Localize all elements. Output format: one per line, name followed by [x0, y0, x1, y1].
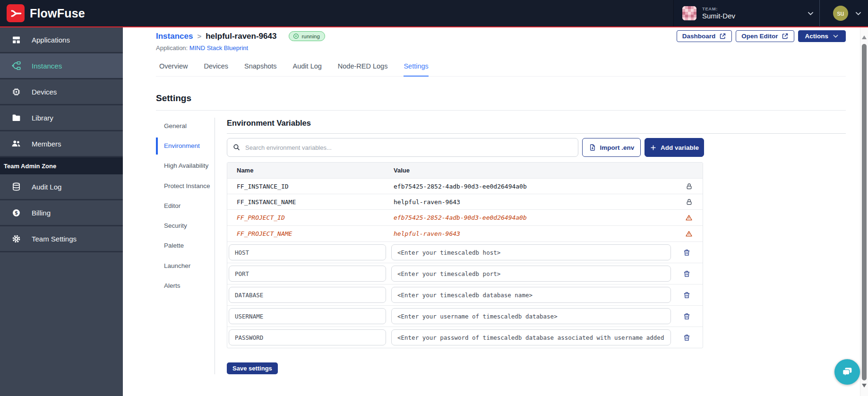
scrollbar[interactable] — [860, 27, 868, 396]
chat-widget-button[interactable] — [834, 359, 860, 385]
tab-devices[interactable]: Devices — [204, 62, 228, 76]
sidebar-item-label: Devices — [32, 88, 57, 96]
app-window: FlowFuse TEAM: Sumit-Dev — [0, 0, 868, 396]
env-var-name: FF_INSTANCE_ID — [227, 183, 394, 190]
import-file-icon — [589, 144, 596, 151]
env-var-value-input[interactable] — [391, 266, 671, 282]
sidebar-item-audit-log[interactable]: Audit Log — [0, 174, 123, 200]
sidebar-item-instances[interactable]: Instances — [0, 53, 123, 79]
status-badge: running — [289, 31, 325, 41]
lock-icon — [675, 198, 703, 206]
settings-nav-protect-instance[interactable]: Protect Instance — [156, 178, 215, 195]
divider — [227, 133, 846, 134]
env-var-value-input[interactable] — [391, 287, 671, 303]
env-variables-table: Name Value FF_INSTANCE_ID efb75425-2852-… — [227, 162, 703, 348]
sidebar-item-billing[interactable]: $ Billing — [0, 200, 123, 226]
open-editor-button[interactable]: Open Editor — [736, 30, 794, 42]
tab-node-red-logs[interactable]: Node-RED Logs — [338, 62, 388, 76]
breadcrumb-separator: > — [197, 32, 201, 40]
delete-variable-button[interactable] — [683, 291, 691, 299]
delete-variable-button[interactable] — [683, 249, 691, 257]
column-header-value: Value — [394, 167, 675, 174]
tab-audit-log[interactable]: Audit Log — [293, 62, 322, 76]
table-row — [227, 284, 703, 305]
search-input[interactable] — [227, 138, 578, 157]
table-row: FF_PROJECT_NAME helpful-raven-9643 — [227, 225, 703, 241]
env-var-name-input[interactable] — [229, 329, 386, 345]
settings-nav-alerts[interactable]: Alerts — [156, 277, 215, 294]
env-var-value: helpful-raven-9643 — [394, 230, 675, 237]
settings-nav-editor[interactable]: Editor — [156, 198, 215, 215]
environment-section: Environment Variables — [215, 118, 846, 374]
folder-icon — [11, 113, 21, 123]
env-var-value-input[interactable] — [391, 329, 671, 345]
topbar: FlowFuse TEAM: Sumit-Dev — [0, 0, 868, 27]
breadcrumb: Instances > helpful-raven-9643 running D… — [156, 30, 846, 42]
sidebar-item-label: Team Settings — [32, 235, 77, 243]
lock-icon — [675, 183, 703, 190]
dashboard-button[interactable]: Dashboard — [677, 30, 732, 42]
user-menu[interactable]: su — [820, 6, 862, 21]
tab-overview[interactable]: Overview — [159, 62, 188, 76]
table-row — [227, 263, 703, 284]
play-circle-icon — [293, 33, 299, 39]
database-icon — [11, 182, 21, 192]
env-toolbar: Import .env Add variable — [227, 138, 846, 157]
table-header: Name Value — [227, 163, 703, 178]
sidebar-item-team-settings[interactable]: Team Settings — [0, 226, 123, 252]
team-selector[interactable]: TEAM: Sumit-Dev — [682, 6, 815, 20]
application-label: Application: — [156, 44, 188, 52]
settings-nav-launcher[interactable]: Launcher — [156, 258, 215, 275]
delete-variable-button[interactable] — [683, 312, 691, 320]
brand-name: FlowFuse — [30, 7, 85, 20]
sidebar-item-label: Members — [32, 140, 61, 148]
sidebar-item-members[interactable]: Members — [0, 131, 123, 157]
table-row — [227, 241, 703, 263]
env-var-name-input[interactable] — [229, 244, 386, 260]
settings-nav-environment[interactable]: Environment — [156, 138, 215, 155]
tab-settings[interactable]: Settings — [404, 62, 428, 77]
flowfuse-logo[interactable]: FlowFuse — [7, 4, 85, 22]
add-variable-button[interactable]: Add variable — [645, 138, 704, 157]
warning-icon — [675, 214, 703, 222]
table-row — [227, 327, 703, 348]
scroll-down-arrow[interactable] — [862, 384, 867, 387]
tab-snapshots[interactable]: Snapshots — [244, 62, 277, 76]
sidebar-item-label: Audit Log — [32, 183, 61, 191]
delete-variable-button[interactable] — [683, 334, 691, 342]
env-var-value-input[interactable] — [391, 308, 671, 324]
instance-tabs: Overview Devices Snapshots Audit Log Nod… — [156, 62, 846, 77]
settings-nav-palette[interactable]: Palette — [156, 237, 215, 254]
chat-icon — [841, 365, 854, 379]
import-env-label: Import .env — [600, 144, 635, 151]
application-line: Application: MIND Stack Blueprint — [156, 44, 846, 52]
env-var-value: efb75425-2852-4adb-90d3-ee0d26494a0b — [394, 183, 675, 190]
chip-icon — [11, 87, 21, 97]
env-var-name-input[interactable] — [229, 308, 386, 324]
settings-nav-security[interactable]: Security — [156, 217, 215, 234]
sidebar-item-library[interactable]: Library — [0, 105, 123, 131]
sidebar-item-devices[interactable]: Devices — [0, 79, 123, 105]
application-link[interactable]: MIND Stack Blueprint — [189, 44, 248, 52]
team-name: Sumit-Dev — [702, 12, 735, 20]
delete-variable-button[interactable] — [683, 270, 691, 278]
scrollbar-thumb[interactable] — [862, 44, 867, 380]
actions-button-label: Actions — [805, 33, 828, 40]
env-var-name-input[interactable] — [229, 266, 386, 282]
settings-nav-high-availability[interactable]: High Availability — [156, 157, 215, 174]
sidebar-item-label: Applications — [32, 36, 70, 44]
scroll-up-arrow[interactable] — [862, 35, 867, 39]
env-var-name-input[interactable] — [229, 287, 386, 303]
import-env-button[interactable]: Import .env — [582, 138, 641, 157]
dollar-icon: $ — [11, 208, 21, 218]
breadcrumb-instances-link[interactable]: Instances — [156, 32, 193, 41]
settings-nav-general[interactable]: General — [156, 118, 215, 135]
sidebar-item-applications[interactable]: Applications — [0, 27, 123, 53]
actions-button[interactable]: Actions — [798, 30, 846, 42]
env-var-value-input[interactable] — [391, 244, 671, 260]
flowfuse-logo-icon — [7, 4, 25, 22]
sidebar-item-label: Billing — [32, 209, 51, 217]
search-icon — [232, 143, 241, 153]
save-settings-button[interactable]: Save settings — [227, 362, 278, 374]
table-row: FF_INSTANCE_ID efb75425-2852-4adb-90d3-e… — [227, 178, 703, 194]
